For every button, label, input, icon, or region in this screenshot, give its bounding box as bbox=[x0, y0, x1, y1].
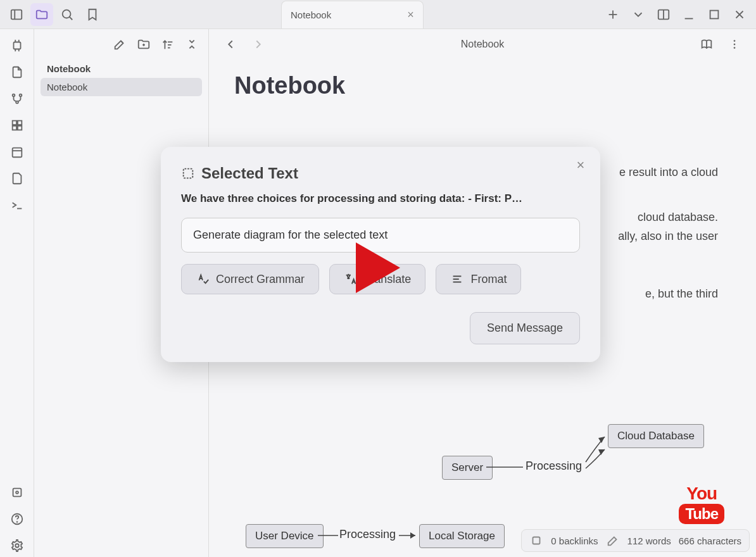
svg-rect-23 bbox=[17, 126, 21, 130]
bookmark-icon[interactable] bbox=[81, 3, 104, 26]
status-words[interactable]: 112 words bbox=[627, 535, 671, 546]
panel-toggle-icon[interactable] bbox=[5, 3, 28, 26]
youtube-tube: Tube bbox=[679, 504, 724, 524]
status-backlinks[interactable]: 0 backlinks bbox=[551, 535, 598, 546]
gear-icon[interactable] bbox=[6, 534, 28, 557]
edit-icon bbox=[606, 534, 620, 548]
breadcrumb: Notebook bbox=[275, 39, 690, 50]
svg-rect-27 bbox=[13, 489, 21, 497]
collapse-icon[interactable] bbox=[182, 34, 202, 54]
location-icon[interactable] bbox=[6, 481, 28, 504]
svg-rect-47 bbox=[184, 169, 193, 178]
help-icon[interactable] bbox=[6, 508, 28, 530]
svg-point-19 bbox=[16, 101, 18, 104]
svg-point-2 bbox=[63, 9, 71, 18]
titlebar-left-icons bbox=[0, 3, 104, 26]
modal-selected-text: We have three choices for processing and… bbox=[181, 192, 580, 205]
svg-point-39 bbox=[734, 44, 736, 46]
sort-icon[interactable] bbox=[158, 34, 178, 54]
branch-icon[interactable] bbox=[6, 87, 28, 110]
folder-icon[interactable] bbox=[30, 3, 53, 26]
maximize-icon[interactable] bbox=[703, 3, 726, 26]
svg-point-17 bbox=[12, 94, 15, 97]
modal-header: Selected Text bbox=[181, 165, 580, 182]
svg-point-40 bbox=[734, 47, 736, 49]
video-play-icon[interactable] bbox=[353, 239, 403, 296]
titlebar: Notebook × bbox=[0, 0, 756, 29]
new-folder-icon[interactable] bbox=[134, 34, 154, 54]
youtube-you: You bbox=[679, 484, 724, 504]
svg-line-3 bbox=[70, 16, 73, 20]
suggestion-format[interactable]: Fromat bbox=[436, 264, 521, 294]
minimize-icon[interactable] bbox=[677, 3, 700, 26]
sidebar-item-notebook[interactable]: Notebook bbox=[41, 78, 202, 96]
svg-point-30 bbox=[16, 522, 17, 522]
spellcheck-icon bbox=[196, 272, 210, 286]
suggestion-label: Fromat bbox=[470, 273, 507, 286]
backlinks-icon bbox=[529, 534, 543, 548]
new-note-icon[interactable] bbox=[110, 34, 130, 54]
svg-rect-24 bbox=[12, 148, 22, 158]
svg-point-28 bbox=[16, 491, 18, 494]
svg-rect-0 bbox=[11, 9, 22, 19]
svg-point-31 bbox=[15, 544, 19, 548]
sidebar-item-label: Notebook bbox=[47, 63, 91, 74]
titlebar-window-controls bbox=[602, 3, 756, 26]
tab-label: Notebook bbox=[291, 9, 331, 20]
svg-rect-9 bbox=[710, 10, 719, 18]
svg-marker-51 bbox=[356, 242, 400, 293]
sidebar-item-notebook-root[interactable]: Notebook bbox=[41, 59, 202, 78]
tab-close-icon[interactable]: × bbox=[407, 8, 414, 22]
suggestion-correct-grammar[interactable]: Correct Grammar bbox=[181, 264, 319, 294]
window-close-icon[interactable] bbox=[728, 3, 751, 26]
svg-rect-52 bbox=[533, 537, 540, 544]
new-tab-icon[interactable] bbox=[602, 3, 624, 26]
nav-back-icon[interactable] bbox=[219, 33, 242, 56]
svg-point-18 bbox=[19, 94, 22, 97]
modal-close-icon[interactable]: × bbox=[571, 156, 590, 175]
selection-icon bbox=[181, 166, 195, 180]
document-icon[interactable] bbox=[6, 167, 28, 190]
suggestion-label: Correct Grammar bbox=[216, 273, 305, 286]
nav-forward-icon[interactable] bbox=[247, 33, 270, 56]
sidebar-toolbar bbox=[41, 34, 202, 54]
chip-icon[interactable] bbox=[6, 34, 28, 57]
svg-rect-21 bbox=[17, 121, 21, 125]
more-menu-icon[interactable] bbox=[723, 33, 746, 56]
svg-rect-12 bbox=[13, 42, 20, 49]
sidebar-item-label: Notebook bbox=[47, 82, 87, 92]
modal-title: Selected Text bbox=[201, 165, 298, 182]
calendar-icon[interactable] bbox=[6, 141, 28, 163]
youtube-badge: You Tube bbox=[679, 484, 724, 524]
status-characters[interactable]: 666 characters bbox=[679, 535, 741, 546]
import-icon[interactable] bbox=[6, 61, 28, 84]
tab-notebook[interactable]: Notebook × bbox=[281, 1, 424, 28]
main-toolbar: Notebook bbox=[209, 29, 756, 59]
status-bar: 0 backlinks 112 words 666 characters bbox=[521, 529, 750, 552]
svg-point-38 bbox=[734, 40, 736, 42]
terminal-icon[interactable] bbox=[6, 194, 28, 216]
chevron-down-icon[interactable] bbox=[627, 3, 650, 26]
grid-icon[interactable] bbox=[6, 114, 28, 137]
reading-view-icon[interactable] bbox=[695, 33, 718, 56]
svg-rect-22 bbox=[12, 126, 16, 130]
svg-rect-20 bbox=[12, 121, 16, 125]
page-title: Notebook bbox=[234, 72, 731, 99]
send-message-button[interactable]: Send Message bbox=[470, 312, 580, 344]
format-icon bbox=[450, 272, 464, 286]
split-view-icon[interactable] bbox=[652, 3, 675, 26]
sidebar-narrow bbox=[0, 29, 34, 557]
search-icon[interactable] bbox=[56, 3, 79, 26]
